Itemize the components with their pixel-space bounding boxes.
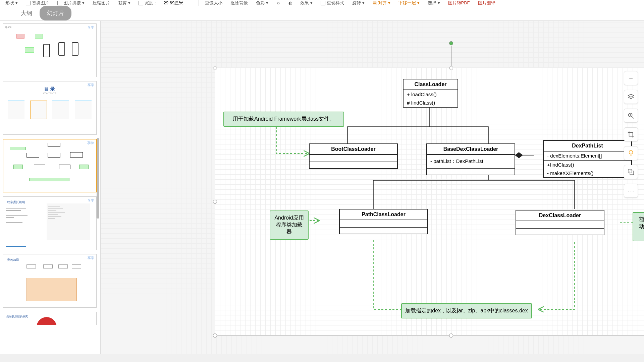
handle-bl[interactable] bbox=[213, 334, 217, 338]
uml-dexcl[interactable]: DexClassLoader bbox=[516, 210, 604, 235]
idea-button[interactable] bbox=[624, 146, 638, 160]
slide-thumb-2[interactable]: 享学 目 录 CONTENTS bbox=[3, 81, 97, 135]
toolbar-shape[interactable]: 形状 ▾ bbox=[3, 0, 20, 6]
right-toolbar: − ⋯ bbox=[624, 71, 638, 198]
slide-thumb-4[interactable]: 享学 双亲委托机制 ▬▬▬▬▬▬▬▬▬▬▬▬▬▬▬▬▬▬▬▬▬▬▬▬▬▬▬▬▬▬… bbox=[3, 196, 97, 250]
crop-button[interactable] bbox=[624, 127, 638, 141]
uml-dexpath[interactable]: DexPathList - dexElements:Element[] +fin… bbox=[543, 140, 632, 178]
replace-button[interactable] bbox=[624, 165, 638, 179]
canvas[interactable]: ClassLoader + loadClass() # findClass() … bbox=[101, 21, 644, 354]
uml-pathcl[interactable]: PathClassLoader bbox=[339, 209, 428, 234]
toolbar-color[interactable]: 色彩 ▾ bbox=[254, 0, 270, 6]
handle-bm[interactable] bbox=[449, 334, 453, 338]
toolbar-replace-image[interactable]: 替换图片 bbox=[24, 0, 51, 6]
view-tabs: 大纲 幻灯片 bbox=[0, 6, 644, 21]
toolbar-width-input[interactable] bbox=[162, 0, 199, 6]
slide-thumb-3[interactable]: 享学 bbox=[3, 139, 97, 192]
toolbar-align[interactable]: ▤ 对齐 ▾ bbox=[371, 0, 392, 6]
toolbar-width-label: 宽度: bbox=[137, 0, 158, 6]
uml-boot[interactable]: BootClassLoader bbox=[309, 143, 398, 169]
watermark-icon: 享学 bbox=[88, 198, 94, 203]
note-framework[interactable]: 用于加载Android Framework层class文件。 bbox=[223, 112, 344, 127]
handle-tl[interactable] bbox=[213, 66, 217, 70]
toolbar-reset-style[interactable]: 重设样式 bbox=[319, 0, 346, 6]
slide-content[interactable]: ClassLoader + loadClass() # findClass() … bbox=[215, 68, 644, 336]
slide-thumb-1[interactable]: Q.one 享学 bbox=[3, 23, 97, 77]
toolbar-select[interactable]: 选择 ▾ bbox=[426, 0, 442, 6]
slide-panel: Q.one 享学 享学 目 录 CONTENTS 享学 bbox=[0, 21, 101, 354]
slide-thumb-6[interactable]: 类加载深层的探究 bbox=[3, 312, 97, 325]
note-app[interactable]: Android应用程序类加载器 bbox=[270, 210, 309, 240]
tab-slides[interactable]: 幻灯片 bbox=[40, 6, 71, 20]
watermark-icon: 享学 bbox=[87, 141, 94, 145]
main-area: Q.one 享学 享学 目 录 CONTENTS 享学 bbox=[0, 21, 644, 354]
layers-button[interactable] bbox=[624, 90, 638, 104]
toolbar-translate[interactable]: 图片翻译 bbox=[476, 0, 497, 6]
note-extra[interactable]: 额外提供的动态类加载器 bbox=[633, 212, 644, 241]
slide-thumb-5[interactable]: 享学 类的加载 bbox=[3, 254, 97, 308]
uml-classloader[interactable]: ClassLoader + loadClass() # findClass() bbox=[403, 79, 458, 108]
note-bottom[interactable]: 加载指定的dex，以及jar、zip、apk中的classes.dex bbox=[401, 303, 532, 318]
toolbar-crop[interactable]: 裁剪 ▾ bbox=[116, 0, 132, 6]
uml-basedex[interactable]: BaseDexClassLoader - pathList：DexPathLis… bbox=[426, 143, 515, 175]
rotation-handle[interactable] bbox=[449, 41, 453, 45]
svg-point-9 bbox=[629, 150, 633, 154]
toolbar-send-back[interactable]: 下移一层 ▾ bbox=[396, 0, 422, 6]
toolbar-reset-size[interactable]: 重设大小 bbox=[203, 0, 224, 6]
toolbar-contrast-icon[interactable]: ◐ bbox=[286, 0, 294, 6]
connectors bbox=[215, 68, 644, 336]
zoom-out-button[interactable]: − bbox=[624, 71, 638, 85]
watermark-icon: 享学 bbox=[88, 25, 94, 30]
toolbar-remove-bg[interactable]: 抠除背景 bbox=[228, 0, 250, 6]
top-toolbar: 形状 ▾ 替换图片 图片拼接 ▾ 压缩图片 裁剪 ▾ 宽度: 重设大小 抠除背景… bbox=[0, 0, 644, 6]
toolbar-rotate[interactable]: 旋转 ▾ bbox=[350, 0, 367, 6]
toolbar-effect[interactable]: 效果 ▾ bbox=[298, 0, 315, 6]
tab-outline[interactable]: 大纲 bbox=[13, 6, 40, 20]
sidebar-scrollbar[interactable] bbox=[96, 21, 100, 354]
zoom-button[interactable] bbox=[624, 109, 638, 123]
toolbar-compress[interactable]: 压缩图片 bbox=[91, 0, 112, 6]
toolbar-image-splice[interactable]: 图片拼接 ▾ bbox=[55, 0, 87, 6]
toolbar-to-pdf[interactable]: 图片转PDF bbox=[446, 0, 472, 6]
more-button[interactable]: ⋯ bbox=[624, 184, 638, 198]
handle-tm[interactable] bbox=[449, 66, 453, 70]
svg-line-6 bbox=[632, 117, 634, 119]
watermark-icon: 享学 bbox=[88, 256, 94, 260]
handle-ml[interactable] bbox=[213, 200, 217, 204]
watermark-icon: 享学 bbox=[88, 83, 94, 87]
toolbar-brightness-icon[interactable]: ☼ bbox=[274, 0, 282, 6]
